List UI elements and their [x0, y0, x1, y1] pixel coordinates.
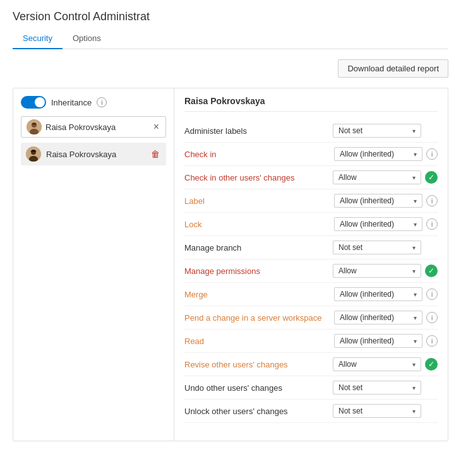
- search-user-name: Raisa Pokrovskaya: [45, 122, 152, 132]
- chevron-down-icon: ▾: [412, 268, 416, 275]
- chevron-down-icon: ▾: [412, 174, 416, 181]
- chevron-down-icon: ▾: [412, 244, 416, 251]
- permission-select[interactable]: Allow (inherited)▾: [334, 147, 422, 161]
- permission-select[interactable]: Not set▾: [333, 241, 421, 254]
- permission-label: Read: [184, 336, 334, 346]
- search-close-button[interactable]: ×: [152, 121, 160, 133]
- user-avatar: [26, 146, 41, 162]
- permission-select[interactable]: Not set▾: [333, 124, 421, 138]
- permission-select[interactable]: Allow▾: [333, 170, 421, 184]
- permission-select-wrapper: Allow▾✓: [333, 357, 438, 371]
- chevron-down-icon: ▾: [414, 338, 417, 345]
- inheritance-label: Inheritance: [51, 98, 92, 107]
- chevron-down-icon: ▾: [414, 314, 417, 321]
- page-header: Version Control Administrat Security Opt…: [0, 0, 461, 49]
- info-icon[interactable]: i: [426, 312, 438, 323]
- permission-select[interactable]: Allow (inherited)▾: [334, 287, 422, 301]
- download-report-button[interactable]: Download detailed report: [338, 59, 448, 78]
- chevron-down-icon: ▾: [412, 128, 416, 134]
- permission-label: Check in other users' changes: [184, 173, 333, 182]
- permission-label: Manage branch: [184, 243, 333, 253]
- permission-select-wrapper: Allow (inherited)▾i: [334, 311, 438, 324]
- permission-select[interactable]: Allow (inherited)▾: [334, 334, 422, 348]
- tab-options[interactable]: Options: [63, 28, 111, 49]
- permission-select-wrapper: Allow▾✓: [333, 264, 438, 278]
- permission-label: Administer labels: [184, 126, 333, 136]
- permission-select[interactable]: Not set▾: [333, 381, 421, 395]
- permission-value: Allow (inherited): [340, 336, 394, 345]
- permission-value: Allow (inherited): [340, 290, 394, 299]
- permission-select[interactable]: Allow▾: [333, 264, 421, 278]
- main-content: Download detailed report Inheritance i: [0, 49, 461, 451]
- user-list-item[interactable]: Raisa Pokrovskaya 🗑: [21, 143, 166, 165]
- permission-value: Allow: [338, 173, 357, 182]
- permission-value: Allow: [338, 360, 357, 369]
- permission-row: Undo other users' changesNot set▾: [184, 376, 438, 400]
- search-row: Raisa Pokrovskaya ×: [21, 116, 166, 138]
- check-icon: ✓: [425, 171, 438, 184]
- permission-value: Allow (inherited): [340, 220, 394, 229]
- permission-select-wrapper: Allow (inherited)▾i: [334, 194, 438, 208]
- info-icon[interactable]: i: [426, 148, 438, 160]
- permission-row: Unlock other users' changesNot set▾: [184, 400, 438, 423]
- permission-row: Pend a change in a server workspaceAllow…: [184, 306, 438, 330]
- info-icon[interactable]: i: [426, 218, 438, 230]
- chevron-down-icon: ▾: [414, 221, 417, 228]
- inheritance-toggle[interactable]: [21, 96, 46, 109]
- permission-row: Manage permissionsAllow▾✓: [184, 259, 438, 283]
- permission-select-wrapper: Allow (inherited)▾i: [334, 287, 438, 301]
- permission-label: Pend a change in a server workspace: [184, 313, 334, 323]
- permission-value: Not set: [338, 243, 362, 252]
- permission-row: MergeAllow (inherited)▾i: [184, 283, 438, 306]
- permission-value: Not set: [338, 407, 362, 415]
- permission-select-wrapper: Allow (inherited)▾i: [334, 217, 438, 231]
- permission-label: Label: [184, 196, 334, 206]
- permission-select[interactable]: Allow▾: [333, 357, 421, 371]
- permission-label: Revise other users' changes: [184, 360, 333, 369]
- permission-label: Lock: [184, 220, 334, 229]
- permission-select-wrapper: Allow▾✓: [333, 170, 438, 184]
- permission-select-wrapper: Allow (inherited)▾i: [334, 147, 438, 161]
- inheritance-info-icon[interactable]: i: [97, 97, 107, 107]
- permission-value: Allow (inherited): [340, 150, 394, 158]
- permission-label: Undo other users' changes: [184, 383, 333, 393]
- permission-value: Allow (inherited): [340, 313, 394, 322]
- permission-select-wrapper: Not set▾: [333, 404, 438, 418]
- chevron-down-icon: ▾: [414, 291, 417, 298]
- permission-row: Manage branchNot set▾: [184, 236, 438, 259]
- info-icon[interactable]: i: [426, 289, 438, 300]
- chevron-down-icon: ▾: [412, 384, 416, 391]
- tab-security[interactable]: Security: [13, 28, 63, 49]
- content-panel: Inheritance i Raisa Pokrovskaya ×: [13, 88, 448, 441]
- permission-select[interactable]: Allow (inherited)▾: [334, 217, 422, 231]
- permission-value: Not set: [338, 383, 362, 392]
- permission-label: Manage permissions: [184, 266, 333, 276]
- permission-value: Allow: [338, 266, 357, 275]
- permission-label: Check in: [184, 150, 334, 159]
- right-panel: Raisa Pokrovskaya Administer labelsNot s…: [174, 88, 448, 441]
- info-icon[interactable]: i: [426, 195, 438, 206]
- page-title: Version Control Administrat: [13, 10, 448, 23]
- permission-row: Check in other users' changesAllow▾✓: [184, 166, 438, 189]
- permission-select[interactable]: Allow (inherited)▾: [334, 194, 422, 208]
- chevron-down-icon: ▾: [412, 361, 416, 368]
- permission-select-wrapper: Not set▾: [333, 381, 438, 395]
- permission-select-wrapper: Not set▾: [333, 241, 438, 254]
- permission-select-wrapper: Allow (inherited)▾i: [334, 334, 438, 348]
- permission-row: LockAllow (inherited)▾i: [184, 213, 438, 236]
- check-icon: ✓: [425, 358, 438, 371]
- inheritance-row: Inheritance i: [21, 96, 166, 109]
- left-panel: Inheritance i Raisa Pokrovskaya ×: [13, 88, 174, 441]
- report-bar: Download detailed report: [13, 59, 448, 78]
- page-tabs: Security Options: [13, 28, 448, 49]
- info-icon[interactable]: i: [426, 335, 438, 347]
- permission-row: Administer labelsNot set▾: [184, 119, 438, 143]
- permission-select[interactable]: Allow (inherited)▾: [334, 311, 422, 324]
- permission-value: Not set: [338, 126, 362, 135]
- section-title: Raisa Pokrovskaya: [184, 96, 438, 112]
- permission-label: Merge: [184, 290, 334, 299]
- delete-user-button[interactable]: 🗑: [150, 149, 161, 159]
- permission-row: LabelAllow (inherited)▾i: [184, 189, 438, 213]
- permission-select[interactable]: Not set▾: [333, 404, 421, 418]
- search-avatar: [27, 119, 42, 134]
